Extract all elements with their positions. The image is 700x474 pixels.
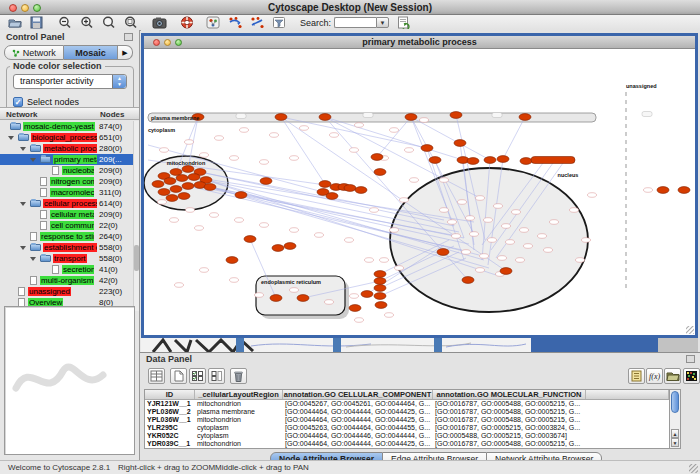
window-resize-grip[interactable] — [689, 464, 698, 473]
network-node[interactable] — [270, 133, 279, 138]
zoom-window-icon[interactable] — [33, 4, 41, 12]
network-node[interactable] — [210, 213, 219, 218]
tree-expand-icon[interactable] — [30, 257, 36, 261]
network-node[interactable] — [410, 178, 419, 183]
table-cell[interactable]: [GO:0016787, GO:0005488, GO:0005215, G..… — [433, 400, 586, 408]
network-node[interactable] — [350, 148, 359, 153]
node-color-dropdown[interactable]: transporter activity ▲▼ — [13, 74, 127, 89]
network-node-selected[interactable] — [500, 268, 512, 275]
network-node[interactable] — [644, 188, 653, 193]
attribute-table-header[interactable]: ID _cellularLayoutRegion annotation.GO C… — [145, 390, 669, 400]
scroll-down-icon[interactable]: ▼ — [671, 438, 679, 447]
network-node-selected[interactable] — [297, 295, 309, 302]
table-cell[interactable] — [586, 400, 669, 408]
table-row[interactable]: YDR039C__1mitochondrion[GO:0044464, GO:0… — [145, 440, 669, 448]
network-node-selected[interactable] — [374, 169, 386, 176]
network-node-selected[interactable] — [349, 305, 361, 312]
zoom-in-icon[interactable] — [80, 16, 94, 29]
network-node[interactable] — [200, 268, 209, 273]
network-node[interactable] — [158, 200, 167, 205]
network-node[interactable] — [315, 233, 324, 238]
attribute-table-icon[interactable] — [148, 368, 165, 384]
table-cell[interactable]: [GO:0045263, GO:0044464, GO:0044455, G..… — [283, 424, 433, 432]
zoom-actual-icon[interactable] — [102, 16, 116, 29]
save-icon[interactable] — [30, 16, 44, 29]
network-node[interactable] — [520, 228, 529, 233]
network-node-selected[interactable] — [164, 178, 176, 185]
network-node[interactable] — [550, 220, 559, 225]
table-cell[interactable]: YKR052C — [145, 432, 195, 440]
network-node[interactable] — [588, 193, 597, 198]
tree-row[interactable]: cellular process614(0) — [0, 198, 139, 209]
network-node-selected[interactable] — [284, 243, 296, 250]
table-cell[interactable]: [GO:0016787, GO:0005488, GO:0005215, G..… — [433, 408, 586, 416]
table-row[interactable]: YKR052Ccytoplasm[GO:0044464, GO:0044446,… — [145, 432, 669, 440]
frame-zoom-icon[interactable] — [175, 39, 182, 46]
table-cell[interactable] — [586, 408, 669, 416]
network-node[interactable] — [160, 148, 169, 153]
tree-row[interactable]: mosaic-demo-yeast874(0) — [0, 121, 139, 132]
tree-row[interactable]: cell communicat22(0) — [0, 220, 139, 231]
network-node-selected[interactable] — [657, 187, 669, 194]
table-cell[interactable] — [586, 432, 669, 440]
control-panel-float-icon[interactable] — [124, 33, 133, 41]
network-node[interactable] — [355, 318, 364, 323]
table-cell[interactable]: cytoplasm — [195, 432, 283, 440]
zoom-selected-icon[interactable] — [124, 16, 138, 29]
table-cell[interactable]: mitochondrion — [195, 416, 283, 424]
network-node-selected[interactable] — [484, 157, 496, 164]
network-node[interactable] — [390, 228, 399, 233]
tree-expand-icon[interactable] — [20, 246, 26, 250]
table-row[interactable]: YJR121W__1mitochondrion[GO:0045267, GO:0… — [145, 400, 669, 408]
network-node[interactable] — [235, 218, 244, 223]
table-row[interactable]: YPL036W__1mitochondrion[GO:0044464, GO:0… — [145, 416, 669, 424]
network-node-selected[interactable] — [375, 302, 387, 309]
table-cell[interactable]: cytoplasm — [195, 424, 283, 432]
network-node[interactable] — [512, 210, 521, 215]
network-node[interactable] — [476, 196, 485, 201]
network-node[interactable] — [576, 258, 585, 263]
network-node[interactable] — [484, 218, 493, 223]
network-node[interactable] — [215, 136, 224, 141]
network-node-selected[interactable] — [374, 271, 386, 278]
network-node[interactable] — [570, 208, 579, 213]
table-cell[interactable]: YDR039C__1 — [145, 440, 195, 448]
minimize-window-icon[interactable] — [21, 4, 29, 12]
network-node-selected[interactable] — [178, 193, 190, 200]
network-node[interactable] — [498, 256, 507, 261]
search-refresh-icon[interactable] — [397, 16, 411, 29]
table-scrollbar[interactable]: ▲ ▼ — [670, 389, 681, 449]
data-panel-float-icon[interactable] — [686, 355, 695, 363]
tree-scrollbar[interactable] — [133, 121, 139, 311]
network-node-selected[interactable] — [275, 114, 287, 121]
network-node[interactable] — [466, 216, 475, 221]
network-node[interactable] — [452, 234, 461, 239]
network-node-selected[interactable] — [176, 175, 188, 182]
network-node-selected[interactable] — [437, 249, 449, 256]
network-node[interactable] — [448, 220, 457, 225]
frame-minimize-icon[interactable] — [164, 39, 171, 46]
tree-row[interactable]: nitrogen compo209(0) — [0, 176, 139, 187]
network-node[interactable] — [494, 204, 503, 209]
table-cell[interactable]: YPL036W__1 — [145, 416, 195, 424]
tree-row[interactable]: secretion41(0) — [0, 264, 139, 275]
network-node[interactable] — [488, 238, 497, 243]
table-cell[interactable]: YJR121W__1 — [145, 400, 195, 408]
network-node-selected[interactable] — [371, 154, 383, 161]
network-node[interactable] — [395, 266, 404, 271]
network-node-selected[interactable] — [374, 285, 386, 292]
table-cell[interactable] — [586, 424, 669, 432]
network-node[interactable] — [300, 126, 309, 131]
network-node[interactable] — [355, 123, 364, 128]
col-region[interactable]: _cellularLayoutRegion — [195, 390, 283, 399]
tree-header[interactable]: Network Nodes — [0, 107, 139, 120]
table-cell[interactable]: YLR295C — [145, 424, 195, 432]
table-cell[interactable]: mitochondrion — [195, 400, 283, 408]
attribute-list-icon[interactable] — [628, 368, 645, 384]
network-node[interactable] — [195, 226, 204, 231]
table-cell[interactable]: mitochondrion — [195, 440, 283, 448]
col-function[interactable]: annotation.GO MOLECULAR_FUNCTION — [433, 390, 586, 399]
table-cell[interactable]: [GO:0044464, GO:0044446, GO:0044444, G..… — [283, 432, 433, 440]
network-node[interactable] — [290, 288, 299, 293]
network-node-selected[interactable] — [429, 157, 441, 164]
